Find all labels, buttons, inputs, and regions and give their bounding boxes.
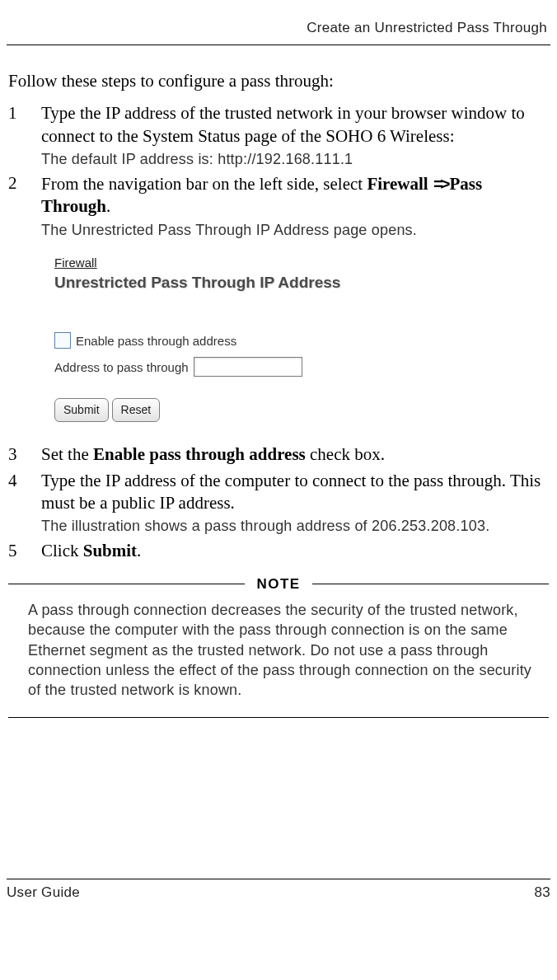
step-2-text-b: . bbox=[106, 196, 110, 216]
submit-button[interactable]: Submit bbox=[54, 398, 109, 422]
step-3-bold: Enable pass through address bbox=[93, 444, 306, 464]
note-label: NOTE bbox=[256, 575, 300, 593]
step-1-annotation: The default IP address is: http://192.16… bbox=[41, 149, 549, 169]
step-5-text-a: Click bbox=[41, 541, 83, 560]
step-3-text-a: Set the bbox=[41, 444, 93, 464]
step-5-text-b: . bbox=[137, 541, 141, 560]
footer-left: User Guide bbox=[7, 884, 80, 901]
arrow-icon bbox=[433, 172, 450, 195]
step-5-bold: Submit bbox=[83, 541, 137, 560]
steps-list: Type the IP address of the trusted netwo… bbox=[8, 102, 549, 562]
embedded-screenshot: Firewall Unrestricted Pass Through IP Ad… bbox=[54, 255, 384, 422]
button-row: Submit Reset bbox=[54, 398, 384, 422]
step-3-text-b: check box. bbox=[306, 444, 385, 464]
page-footer: User Guide 83 bbox=[7, 879, 550, 901]
page: Create an Unrestricted Pass Through Foll… bbox=[0, 0, 557, 980]
step-4: Type the IP address of the computer to c… bbox=[8, 470, 549, 537]
note-rule-left bbox=[8, 584, 245, 584]
enable-row: Enable pass through address bbox=[54, 332, 384, 349]
step-5: Click Submit. bbox=[8, 540, 549, 562]
page-body: Follow these steps to configure a pass t… bbox=[7, 45, 550, 718]
address-input[interactable] bbox=[194, 357, 302, 377]
note-heading-row: NOTE bbox=[8, 575, 549, 593]
address-row: Address to pass through bbox=[54, 357, 384, 377]
reset-button[interactable]: Reset bbox=[112, 398, 161, 422]
step-3: Set the Enable pass through address chec… bbox=[8, 443, 549, 466]
breadcrumb: Firewall bbox=[54, 255, 384, 271]
note-callout: NOTE A pass through connection decreases… bbox=[8, 575, 549, 718]
step-2-text-a: From the navigation bar on the left side… bbox=[41, 174, 367, 194]
step-2: From the navigation bar on the left side… bbox=[8, 172, 549, 422]
step-4-annotation: The illustration shows a pass through ad… bbox=[41, 516, 549, 536]
step-4-text: Type the IP address of the computer to c… bbox=[41, 471, 541, 513]
step-2-bold-a: Firewall bbox=[367, 174, 428, 194]
page-title: Unrestricted Pass Through IP Address bbox=[54, 273, 384, 293]
step-1: Type the IP address of the trusted netwo… bbox=[8, 102, 549, 169]
step-2-annotation: The Unrestricted Pass Through IP Address… bbox=[41, 220, 549, 240]
enable-checkbox-label: Enable pass through address bbox=[76, 333, 236, 349]
running-header: Create an Unrestricted Pass Through bbox=[7, 20, 550, 45]
enable-checkbox[interactable] bbox=[54, 332, 71, 349]
address-label: Address to pass through bbox=[54, 359, 189, 376]
intro-text: Follow these steps to configure a pass t… bbox=[8, 70, 549, 92]
note-text: A pass through connection decreases the … bbox=[8, 598, 549, 717]
footer-page-number: 83 bbox=[534, 884, 550, 901]
note-rule-right bbox=[312, 584, 549, 584]
step-1-text: Type the IP address of the trusted netwo… bbox=[41, 103, 525, 145]
